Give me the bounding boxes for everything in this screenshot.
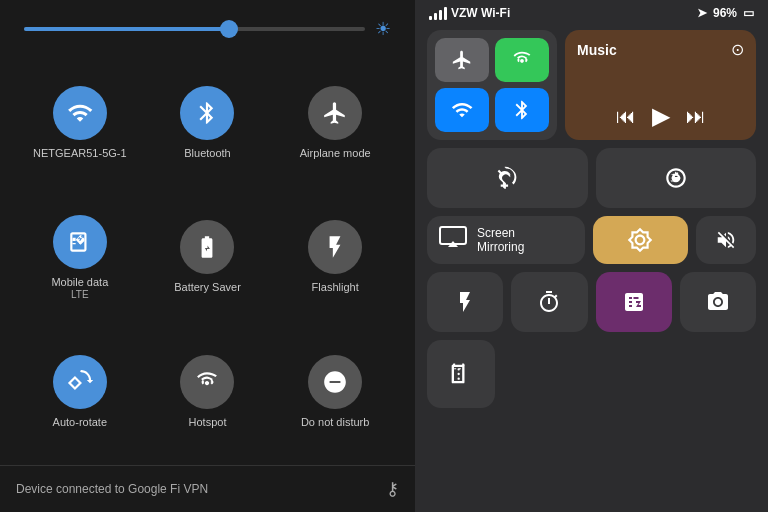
tile-battery-saver[interactable]: Battery Saver [144,187,272,327]
timer-button[interactable] [511,272,587,332]
mobile-data-icon-bg [53,215,107,269]
hotspot-icon [194,369,220,395]
ios-third-row: Screen Mirroring [427,216,756,264]
wifi-icon-bg [53,86,107,140]
bluetooth-icon [194,100,220,126]
brightness-thumb[interactable] [220,20,238,38]
tile-mobile-data[interactable]: Mobile data LTE [16,187,144,327]
calculator-button[interactable] [596,272,672,332]
music-title: Music [577,42,617,58]
wifi-icon [67,100,93,126]
screen-mirroring-line1: Screen [477,226,524,240]
status-left: VZW Wi-Fi [429,6,510,20]
camera-icon [706,290,730,314]
remote-icon [447,360,475,388]
battery-text: 96% [713,6,737,20]
battery-saver-label: Battery Saver [174,280,241,294]
carrier-text: VZW Wi-Fi [451,6,510,20]
mobile-data-sublabel: LTE [71,289,89,300]
mute-icon [715,229,737,251]
bluetooth-toggle-icon [511,99,533,121]
auto-rotate-icon [67,369,93,395]
connectivity-bottom-row [435,88,549,132]
battery-icon: ▭ [743,6,754,20]
screen-mirroring-text: Screen Mirroring [477,226,524,254]
bluetooth-toggle-button[interactable] [495,88,549,132]
svg-rect-2 [454,368,456,369]
flashlight-icon-bg [308,220,362,274]
airplane-mode-icon [451,49,473,71]
android-tiles-grid: NETGEAR51-5G-1 Bluetooth Airplane mode [0,50,415,465]
timer-icon [537,290,561,314]
screen-mirroring-button[interactable]: Screen Mirroring [427,216,585,264]
connectivity-block [427,30,557,140]
camera-button[interactable] [680,272,756,332]
do-not-disturb-icon [663,165,689,191]
ios-fifth-row [427,340,756,408]
screen-mirroring-icon [439,226,467,248]
brightness-control[interactable]: ☀ [0,0,415,50]
signal-bar-1 [429,16,432,20]
flashlight-icon [322,234,348,260]
airplane-mode-button[interactable] [435,38,489,82]
auto-rotate-icon-bg [53,355,107,409]
orientation-lock-button[interactable] [427,148,588,208]
cellular-data-button[interactable] [495,38,549,82]
ios-control-center: VZW Wi-Fi ➤ 96% ▭ [415,0,768,512]
brightness-icon [627,227,653,253]
android-footer: Device connected to Google Fi VPN ⚷ [0,465,415,512]
airplay-icon: ⊙ [731,40,744,59]
brightness-icon: ☀ [375,18,391,40]
svg-rect-3 [459,368,461,369]
tile-dnd[interactable]: Do not disturb [271,328,399,457]
dnd-icon [322,369,348,395]
mobile-data-icon [67,229,93,255]
tile-wifi[interactable]: NETGEAR51-5G-1 [16,58,144,187]
apple-tv-remote-button[interactable] [427,340,495,408]
signal-bar-2 [434,13,437,20]
wifi-toggle-button[interactable] [435,88,489,132]
fast-forward-button[interactable]: ⏭ [686,105,706,128]
wifi-label: NETGEAR51-5G-1 [33,146,127,160]
calculator-icon [622,290,646,314]
tile-auto-rotate[interactable]: Auto-rotate [16,328,144,457]
music-block[interactable]: Music ⊙ ⏮ ▶ ⏭ [565,30,756,140]
bluetooth-icon-bg [180,86,234,140]
flashlight-button-ios[interactable] [427,272,503,332]
mute-button[interactable] [696,216,756,264]
wifi-toggle-icon [451,99,473,121]
brightness-track[interactable] [24,27,365,31]
vpn-status-text: Device connected to Google Fi VPN [16,482,208,496]
screen-mirroring-line2: Mirroring [477,240,524,254]
vpn-icon: ⚷ [386,478,399,500]
ios-second-row [427,148,756,208]
screen-mirror-icon-wrap [439,226,467,254]
airplane-icon-bg [308,86,362,140]
location-icon: ➤ [697,6,707,20]
battery-saver-icon [194,234,220,260]
signal-bar-4 [444,7,447,20]
flashlight-label: Flashlight [312,280,359,294]
dnd-label: Do not disturb [301,415,369,429]
ios-controls-area: Music ⊙ ⏮ ▶ ⏭ [415,24,768,414]
music-controls: ⏮ ▶ ⏭ [577,102,744,130]
tile-flashlight[interactable]: Flashlight [271,187,399,327]
auto-rotate-label: Auto-rotate [53,415,107,429]
brightness-fill [24,27,229,31]
signal-bar-3 [439,10,442,20]
tile-airplane[interactable]: Airplane mode [271,58,399,187]
mobile-data-label: Mobile data [51,275,108,289]
battery-saver-icon-bg [180,220,234,274]
play-button[interactable]: ▶ [652,102,670,130]
do-not-disturb-button[interactable] [596,148,757,208]
cellular-data-icon [511,49,533,71]
android-control-panel: ☀ NETGEAR51-5G-1 Bluetooth [0,0,415,512]
ios-top-row: Music ⊙ ⏮ ▶ ⏭ [427,30,756,140]
ios-fourth-row [427,272,756,332]
brightness-control-ios[interactable] [593,216,688,264]
tile-bluetooth[interactable]: Bluetooth [144,58,272,187]
rewind-button[interactable]: ⏮ [616,105,636,128]
hotspot-label: Hotspot [189,415,227,429]
tile-hotspot[interactable]: Hotspot [144,328,272,457]
signal-bars [429,7,447,20]
